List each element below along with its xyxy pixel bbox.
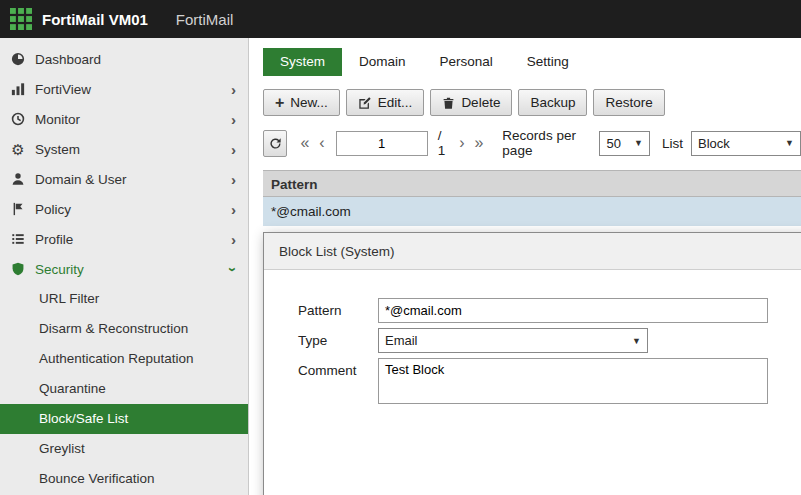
type-label: Type xyxy=(298,328,378,353)
list-label: List xyxy=(662,136,683,151)
flag-icon xyxy=(10,201,26,217)
sidebar-item-authentication-reputation[interactable]: Authentication Reputation xyxy=(0,344,248,374)
chevron-right-icon: › xyxy=(231,82,236,97)
next-page-button[interactable]: › xyxy=(454,135,469,151)
restore-button-label: Restore xyxy=(605,95,652,110)
page-number-input[interactable] xyxy=(336,131,428,156)
type-select[interactable]: Email ▼ xyxy=(378,328,648,353)
prev-page-button[interactable]: ‹ xyxy=(314,135,329,151)
sidebar-item-label: FortiView xyxy=(35,82,231,97)
dialog-title: Block List (System) xyxy=(264,233,801,270)
delete-button[interactable]: Delete xyxy=(430,89,512,116)
sidebar-item-policy[interactable]: Policy › xyxy=(0,194,248,224)
chevron-right-icon: › xyxy=(231,172,236,187)
comment-textarea[interactable]: Test Block xyxy=(378,358,768,404)
tab-setting[interactable]: Setting xyxy=(510,48,586,76)
last-page-button[interactable]: » xyxy=(469,135,488,151)
table-row[interactable]: *@cmail.com xyxy=(263,197,801,226)
sidebar: Dashboard FortiView › Monitor › ⚙ System… xyxy=(0,38,249,495)
comment-label: Comment xyxy=(298,358,378,383)
backup-button-label: Backup xyxy=(530,95,575,110)
pattern-input[interactable] xyxy=(378,298,768,323)
sidebar-item-greylist[interactable]: Greylist xyxy=(0,434,248,464)
chevron-right-icon: › xyxy=(231,112,236,127)
edit-button-label: Edit... xyxy=(378,95,413,110)
sidebar-item-label: Monitor xyxy=(35,112,231,127)
bar-chart-icon xyxy=(10,81,26,97)
pattern-field-row: Pattern xyxy=(298,298,801,323)
refresh-button[interactable] xyxy=(263,130,287,157)
page-total-label: / 1 xyxy=(438,128,450,158)
toolbar: + New... Edit... Delete Backup Restore xyxy=(263,89,801,116)
records-per-page-select[interactable]: 50 ▼ xyxy=(599,131,650,156)
sidebar-item-domain-user[interactable]: Domain & User › xyxy=(0,164,248,194)
dashboard-gauge-icon xyxy=(10,51,26,67)
shield-icon xyxy=(10,261,26,277)
records-per-page-label: Records per page xyxy=(502,128,591,158)
backup-button[interactable]: Backup xyxy=(518,89,587,116)
column-header-pattern[interactable]: Pattern xyxy=(263,170,801,197)
user-icon xyxy=(10,171,26,187)
list-icon xyxy=(10,231,26,247)
list-type-value: Block xyxy=(698,136,730,151)
edit-pencil-icon xyxy=(358,96,372,110)
sidebar-item-label: Domain & User xyxy=(35,172,231,187)
sidebar-item-system[interactable]: ⚙ System › xyxy=(0,134,248,164)
product-name: FortiMail xyxy=(176,11,234,28)
sidebar-item-block-safe-list[interactable]: Block/Safe List xyxy=(0,404,248,434)
restore-button[interactable]: Restore xyxy=(593,89,664,116)
sidebar-item-dashboard[interactable]: Dashboard xyxy=(0,44,248,74)
tab-system[interactable]: System xyxy=(263,48,342,76)
host-title: FortiMail VM01 xyxy=(42,11,148,28)
dropdown-arrow-icon: ▼ xyxy=(632,336,641,346)
block-list-table: Pattern *@cmail.com xyxy=(263,170,801,226)
sidebar-item-monitor[interactable]: Monitor › xyxy=(0,104,248,134)
new-button[interactable]: + New... xyxy=(263,89,340,116)
chevron-right-icon: › xyxy=(231,202,236,217)
type-field-row: Type Email ▼ xyxy=(298,328,801,353)
records-per-page-value: 50 xyxy=(606,136,620,151)
sidebar-item-label: System xyxy=(35,142,231,157)
first-page-button[interactable]: « xyxy=(295,135,314,151)
delete-button-label: Delete xyxy=(461,95,500,110)
comment-field-row: Comment Test Block xyxy=(298,358,801,404)
chevron-right-icon: › xyxy=(231,232,236,247)
pattern-label: Pattern xyxy=(298,298,378,323)
new-button-label: New... xyxy=(290,95,328,110)
fortinet-logo-icon xyxy=(10,8,32,30)
sidebar-item-fortiview[interactable]: FortiView › xyxy=(0,74,248,104)
gear-icon: ⚙ xyxy=(10,141,26,157)
sidebar-item-label: Security xyxy=(35,262,231,277)
tab-bar: System Domain Personal Setting xyxy=(263,48,801,76)
trash-icon xyxy=(442,96,455,110)
chevron-down-icon: › xyxy=(226,267,241,272)
main-content: System Domain Personal Setting + New... … xyxy=(249,38,801,495)
sidebar-item-quarantine[interactable]: Quarantine xyxy=(0,374,248,404)
type-select-value: Email xyxy=(385,333,418,348)
sidebar-item-profile[interactable]: Profile › xyxy=(0,224,248,254)
sidebar-item-url-filter[interactable]: URL Filter xyxy=(0,284,248,314)
dialog-body: Pattern Type Email ▼ Comment Test Block xyxy=(264,270,801,489)
dropdown-arrow-icon: ▼ xyxy=(785,138,794,148)
sidebar-item-security[interactable]: Security › xyxy=(0,254,248,284)
edit-button[interactable]: Edit... xyxy=(346,89,425,116)
sidebar-item-disarm-reconstruction[interactable]: Disarm & Reconstruction xyxy=(0,314,248,344)
plus-icon: + xyxy=(275,95,284,111)
top-bar: FortiMail VM01 FortiMail xyxy=(0,0,801,38)
sidebar-item-label: Policy xyxy=(35,202,231,217)
tab-personal[interactable]: Personal xyxy=(423,48,510,76)
sidebar-item-bounce-verification[interactable]: Bounce Verification xyxy=(0,464,248,494)
dropdown-arrow-icon: ▼ xyxy=(634,138,643,148)
clock-icon xyxy=(10,111,26,127)
tab-domain[interactable]: Domain xyxy=(342,48,423,76)
refresh-icon xyxy=(268,136,283,151)
pagination-bar: « ‹ / 1 › » Records per page 50 ▼ List B… xyxy=(263,128,801,158)
list-type-select[interactable]: Block ▼ xyxy=(691,131,801,156)
chevron-right-icon: › xyxy=(231,142,236,157)
sidebar-item-label: Dashboard xyxy=(35,52,236,67)
sidebar-item-label: Profile xyxy=(35,232,231,247)
block-list-dialog: Block List (System) Pattern Type Email ▼… xyxy=(263,232,801,495)
